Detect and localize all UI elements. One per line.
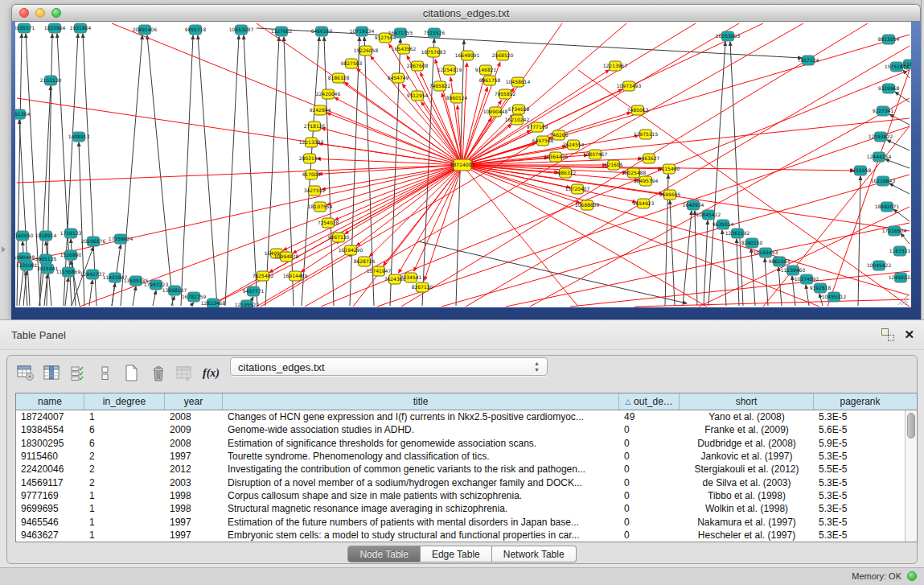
graph-node[interactable]: 1931804 — [70, 23, 92, 33]
table-cell[interactable]: 1998 — [165, 490, 223, 501]
table-cell[interactable]: Estimation of the future numbers of pati… — [223, 517, 619, 528]
table-cell[interactable]: 18724007 — [16, 411, 84, 422]
graph-node[interactable]: 3427552 — [304, 186, 326, 196]
table-cell[interactable]: 0 — [619, 463, 680, 475]
graph-node[interactable]: 18724007 — [450, 159, 475, 171]
table-cell[interactable]: 14569117 — [16, 477, 84, 488]
graph-node[interactable]: 16543562 — [392, 44, 417, 54]
graph-node[interactable]: 9312954 — [407, 91, 429, 101]
table-cell[interactable]: Estimation of significance thresholds fo… — [223, 438, 619, 449]
tab-node-table[interactable]: Node Table — [347, 546, 421, 562]
graph-node[interactable]: 16914469 — [283, 271, 308, 281]
graph-node[interactable]: 12361192 — [725, 229, 750, 238]
graph-node[interactable]: 10653287 — [229, 25, 254, 35]
table-cell[interactable]: Disruption of a novel member of a sodium… — [223, 477, 619, 488]
graph-node[interactable]: 18107554 — [308, 202, 333, 212]
table-row[interactable]: 2242004622012Investigating the contribut… — [16, 463, 917, 476]
graph-node[interactable]: 12195522 — [235, 300, 260, 307]
graph-node[interactable]: 10045422 — [867, 261, 892, 270]
table-cell[interactable]: 5.3E-5 — [814, 503, 906, 514]
graph-node[interactable]: 8290150 — [741, 238, 763, 248]
graph-node[interactable]: 3915941 — [37, 264, 59, 274]
graph-node[interactable]: 11239460 — [781, 266, 806, 275]
table-cell[interactable]: 6 — [84, 438, 165, 449]
graph-node[interactable]: 7625402 — [253, 271, 274, 281]
table-cell[interactable]: Franke et al. (2009) — [680, 424, 814, 435]
column-header-pagerank[interactable]: pagerank — [814, 393, 906, 410]
graph-node[interactable]: 16053603 — [716, 31, 741, 41]
graph-node[interactable]: 18992071 — [875, 202, 900, 212]
graph-node[interactable]: 10458614 — [506, 77, 531, 87]
table-row[interactable]: 1830029562008Estimation of significance … — [16, 437, 917, 450]
row-height-button[interactable] — [95, 363, 116, 384]
table-cell[interactable]: Wolkin et al. (1998) — [680, 503, 814, 514]
graph-node[interactable]: 10688609 — [575, 200, 600, 210]
table-cell[interactable]: 9699695 — [16, 503, 84, 514]
graph-node[interactable]: 12450132 — [889, 273, 911, 282]
graph-node[interactable]: 9699695 — [659, 190, 681, 200]
graph-node[interactable]: 18757683 — [421, 47, 446, 57]
table-row[interactable]: 1872400712008Changes of HCN gene express… — [16, 410, 917, 423]
table-cell[interactable]: 5.3E-5 — [814, 490, 906, 501]
close-panel-icon[interactable]: ✕ — [904, 328, 914, 341]
table-mode-button[interactable] — [15, 363, 36, 384]
graph-node[interactable]: 7465822 — [429, 81, 451, 91]
graph-node[interactable]: 9855718 — [185, 25, 207, 35]
graph-node[interactable]: 8628725 — [354, 257, 376, 266]
column-header-title[interactable]: title — [223, 393, 619, 410]
graph-node[interactable]: 1640934 — [683, 200, 704, 210]
graph-node[interactable]: 9827503 — [341, 59, 363, 68]
table-cell[interactable]: 1 — [84, 490, 165, 501]
column-header-in_degree[interactable]: in_degree — [84, 393, 165, 410]
graph-node[interactable]: 11156869 — [56, 267, 81, 277]
table-cell[interactable]: 1997 — [165, 451, 223, 462]
table-cell[interactable]: Embryonic stem cells: a model to study s… — [223, 529, 619, 541]
graph-node[interactable]: 20364436 — [544, 152, 569, 162]
table-cell[interactable]: 0 — [619, 424, 680, 435]
graph-node[interactable]: 8215958 — [850, 166, 872, 175]
table-cell[interactable]: 9463627 — [16, 529, 84, 541]
table-row[interactable]: 1938455462009Genome-wide association stu… — [16, 423, 917, 436]
graph-node[interactable]: 3624554 — [563, 140, 585, 150]
graph-node[interactable]: 16194290 — [339, 245, 363, 255]
delete-column-button[interactable] — [148, 363, 169, 384]
select-columns-button[interactable] — [42, 363, 63, 384]
graph-node[interactable]: 9457771 — [243, 286, 265, 296]
network-window-titlebar[interactable]: citations_edges.txt — [11, 4, 921, 22]
graph-node[interactable]: 16649091 — [455, 51, 480, 60]
table-cell[interactable]: de Silva et al. (2003) — [680, 477, 814, 488]
table-cell[interactable]: Stergiakouli et al. (2012) — [680, 463, 814, 475]
tab-network-table[interactable]: Network Table — [492, 546, 577, 562]
graph-node[interactable]: 22420046 — [316, 89, 341, 99]
column-header-out_de[interactable]: △out_de… — [619, 393, 680, 410]
graph-node[interactable]: 10973493 — [617, 81, 642, 91]
table-cell[interactable]: 0 — [619, 517, 680, 528]
graph-node[interactable]: 9635014 — [713, 220, 734, 229]
graph-node[interactable]: 15226058 — [354, 46, 379, 56]
graph-node[interactable]: 17016504 — [882, 226, 907, 236]
table-cell[interactable]: 49 — [619, 411, 680, 422]
graph-node[interactable]: 9227341 — [873, 106, 894, 116]
graph-node[interactable]: 7515526 — [424, 28, 446, 38]
graph-node[interactable]: 10994878 — [274, 252, 299, 262]
table-row[interactable]: 946362711997Embryonic stem cells: a mode… — [16, 529, 917, 542]
create-column-button[interactable] — [121, 363, 142, 384]
table-cell[interactable]: 5.3E-5 — [814, 529, 906, 541]
table-cell[interactable]: 5.3E-5 — [814, 517, 906, 528]
graph-node[interactable]: 1719133 — [60, 229, 82, 238]
graph-node[interactable]: 15720407 — [565, 184, 590, 194]
float-panel-icon[interactable] — [881, 328, 894, 341]
table-cell[interactable]: 5.3E-5 — [814, 451, 906, 462]
table-row[interactable]: 946554611997Estimation of the future num… — [16, 515, 917, 528]
table-cell[interactable]: 19384554 — [16, 424, 84, 435]
graph-node[interactable]: 18495794 — [634, 176, 659, 186]
table-cell[interactable]: 2 — [84, 451, 165, 462]
table-cell[interactable]: Structural magnetic resonance image aver… — [223, 503, 619, 514]
table-row[interactable]: 977716911998Corpus callosum shape and si… — [16, 489, 917, 502]
graph-node[interactable]: 12823468 — [201, 299, 226, 307]
table-cell[interactable]: Genome-wide association studies in ADHD. — [223, 424, 619, 435]
graph-node[interactable]: 2103130 — [40, 76, 62, 85]
table-cell[interactable]: 1 — [84, 503, 165, 514]
graph-node[interactable]: 15741947 — [367, 266, 392, 276]
graph-node[interactable]: 8186328 — [328, 73, 350, 83]
